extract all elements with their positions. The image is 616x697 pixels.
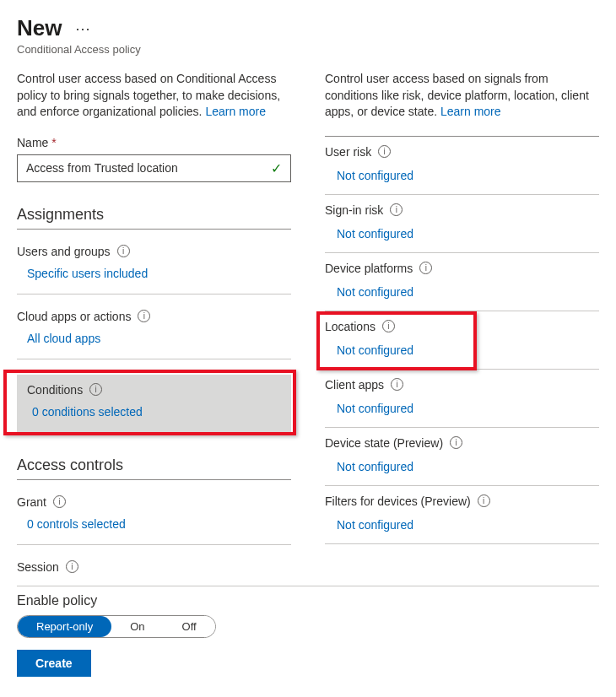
grant-label: Grant (17, 495, 46, 509)
page-title: New (17, 15, 62, 41)
condition-item-value[interactable]: Not configured (325, 285, 599, 299)
info-icon[interactable]: i (117, 245, 130, 257)
condition-item-sign-in-risk[interactable]: Sign-in risk iNot configured (325, 195, 599, 253)
condition-item-value[interactable]: Not configured (325, 343, 599, 357)
left-learn-more-link[interactable]: Learn more (205, 105, 266, 118)
grant-block[interactable]: Grant i 0 controls selected (17, 495, 291, 545)
more-actions-icon[interactable]: ··· (75, 21, 90, 36)
conditions-value[interactable]: 0 conditions selected (29, 405, 279, 419)
users-groups-label: Users and groups (17, 245, 111, 258)
condition-item-locations[interactable]: Locations iNot configured (325, 311, 599, 370)
session-label: Session (17, 560, 59, 574)
create-button[interactable]: Create (17, 650, 91, 677)
footer: Enable policy Report-onlyOnOff Create (17, 586, 599, 677)
info-icon[interactable]: i (478, 494, 490, 507)
condition-item-label: Locations (325, 320, 376, 333)
info-icon[interactable]: i (138, 310, 150, 322)
info-icon[interactable]: i (419, 262, 432, 274)
conditions-block[interactable]: Conditions i 0 conditions selected (17, 375, 291, 433)
right-intro: Control user access based on signals fro… (325, 71, 599, 121)
condition-item-value[interactable]: Not configured (325, 460, 599, 473)
cloud-apps-label: Cloud apps or actions (17, 310, 131, 323)
enable-policy-label: Enable policy (17, 593, 599, 608)
cloud-apps-value[interactable]: All cloud apps (17, 332, 291, 345)
condition-item-client-apps[interactable]: Client apps iNot configured (325, 370, 599, 428)
info-icon[interactable]: i (378, 145, 391, 158)
enable-option-on[interactable]: On (111, 616, 163, 637)
name-input-wrapper[interactable]: ✓ (17, 154, 291, 182)
condition-item-label: Filters for devices (Preview) (325, 494, 471, 508)
info-icon[interactable]: i (391, 378, 403, 391)
info-icon[interactable]: i (66, 560, 78, 573)
assignments-title: Assignments (17, 206, 291, 230)
cloud-apps-block[interactable]: Cloud apps or actions i All cloud apps (17, 310, 291, 359)
name-input[interactable] (26, 161, 271, 175)
condition-item-label: Client apps (325, 378, 384, 392)
condition-item-label: Device state (Preview) (325, 436, 443, 450)
left-intro: Control user access based on Conditional… (17, 71, 291, 121)
name-label-text: Name (17, 136, 48, 149)
info-icon[interactable]: i (53, 495, 66, 508)
condition-item-device-platforms[interactable]: Device platforms iNot configured (325, 253, 599, 311)
info-icon[interactable]: i (382, 320, 395, 332)
info-icon[interactable]: i (390, 203, 403, 216)
enable-option-off[interactable]: Off (164, 616, 215, 637)
required-asterisk: * (51, 136, 56, 149)
condition-item-device-state-preview[interactable]: Device state (Preview) iNot configured (325, 428, 599, 486)
conditions-label: Conditions (27, 383, 83, 397)
info-icon[interactable]: i (450, 436, 462, 449)
condition-item-value[interactable]: Not configured (325, 169, 599, 182)
condition-item-label: Sign-in risk (325, 203, 383, 217)
condition-item-filters-for-devices-preview[interactable]: Filters for devices (Preview) iNot confi… (325, 486, 599, 544)
right-panel: Control user access based on signals fro… (325, 71, 599, 582)
condition-item-value[interactable]: Not configured (325, 402, 599, 415)
left-panel: Control user access based on Conditional… (17, 71, 291, 582)
condition-item-label: Device platforms (325, 262, 413, 275)
users-groups-value[interactable]: Specific users included (17, 267, 291, 280)
info-icon[interactable]: i (89, 383, 102, 396)
enable-option-report-only[interactable]: Report-only (18, 616, 111, 637)
condition-item-user-risk[interactable]: User risk iNot configured (325, 137, 599, 195)
access-controls-title: Access controls (17, 457, 291, 480)
highlight-box-conditions (3, 370, 296, 435)
right-learn-more-link[interactable]: Learn more (440, 105, 501, 118)
enable-policy-toggle[interactable]: Report-onlyOnOff (17, 615, 216, 638)
check-icon: ✓ (271, 160, 282, 176)
users-groups-block[interactable]: Users and groups i Specific users includ… (17, 245, 291, 294)
condition-item-value[interactable]: Not configured (325, 518, 599, 532)
name-field-label: Name * (17, 136, 291, 149)
session-block[interactable]: Session i (17, 560, 291, 582)
condition-item-value[interactable]: Not configured (325, 227, 599, 240)
page-subtitle: Conditional Access policy (17, 43, 599, 56)
grant-value[interactable]: 0 controls selected (17, 517, 291, 531)
condition-item-label: User risk (325, 145, 371, 159)
